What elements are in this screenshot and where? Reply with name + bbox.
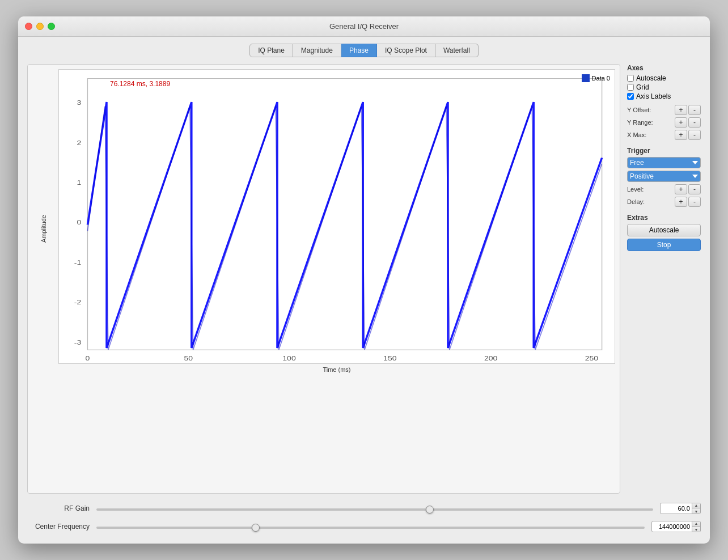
- titlebar: General I/Q Receiver: [18, 16, 710, 37]
- autoscale-label: Autoscale: [636, 74, 666, 82]
- rf-gain-value-field: ▲ ▼: [660, 503, 701, 514]
- x-axis-label: Time (ms): [58, 366, 615, 373]
- grid-row: Grid: [627, 83, 701, 91]
- svg-text:0: 0: [77, 219, 81, 226]
- svg-text:100: 100: [282, 355, 296, 362]
- y-range-minus[interactable]: -: [688, 117, 701, 128]
- level-row: Level: + -: [627, 184, 701, 194]
- rf-gain-row: RF Gain ▲ ▼: [27, 503, 701, 514]
- y-range-row: Y Range: + -: [627, 117, 701, 128]
- plot-svg: 3 2 1 0 -1 -2 -3 0 50 100 150: [59, 70, 615, 363]
- tab-iq-plane[interactable]: IQ Plane: [249, 44, 293, 57]
- autoscale-row: Autoscale: [627, 74, 701, 82]
- autoscale-checkbox[interactable]: [627, 75, 634, 82]
- cursor-label: 76.1284 ms, 3.1889: [110, 80, 170, 88]
- window-title: General I/Q Receiver: [329, 22, 399, 31]
- x-max-plus[interactable]: +: [675, 130, 687, 140]
- svg-text:-2: -2: [74, 299, 82, 306]
- y-offset-plus[interactable]: +: [675, 105, 687, 115]
- legend-color-box: [582, 74, 590, 82]
- axis-labels-label: Axis Labels: [636, 92, 671, 100]
- svg-text:0: 0: [86, 355, 90, 362]
- rf-gain-input[interactable]: [661, 505, 692, 512]
- center-freq-slider-wrapper: [96, 523, 645, 531]
- sidebar: Axes Autoscale Grid Axis Labels: [627, 64, 701, 494]
- trigger-mode-select[interactable]: Free: [627, 157, 701, 168]
- trigger-slope-select[interactable]: Positive: [627, 171, 701, 182]
- legend: Data 0: [582, 74, 610, 82]
- center-freq-row: Center Frequency ▲ ▼: [27, 521, 701, 532]
- legend-label: Data 0: [592, 75, 610, 82]
- extras-title: Extras: [627, 214, 701, 222]
- rf-gain-step-down[interactable]: ▼: [692, 508, 700, 514]
- extras-section: Extras Autoscale Stop: [627, 214, 701, 251]
- svg-text:2: 2: [77, 139, 81, 146]
- trigger-title: Trigger: [627, 147, 701, 155]
- delay-minus[interactable]: -: [688, 197, 701, 207]
- x-max-minus[interactable]: -: [688, 130, 701, 140]
- rf-gain-slider[interactable]: [96, 508, 653, 511]
- delay-plus[interactable]: +: [675, 197, 687, 207]
- x-max-label: X Max:: [627, 131, 658, 138]
- rf-gain-label: RF Gain: [27, 504, 90, 512]
- level-minus[interactable]: -: [688, 184, 701, 194]
- x-max-row: X Max: + -: [627, 130, 701, 140]
- trigger-section: Trigger Free Positive Level: + -: [627, 147, 701, 209]
- tab-iq-scope-plot[interactable]: IQ Scope Plot: [377, 44, 435, 57]
- y-range-plus[interactable]: +: [675, 117, 687, 128]
- close-button[interactable]: [25, 23, 32, 30]
- traffic-lights: [25, 23, 55, 30]
- svg-text:1: 1: [77, 180, 81, 186]
- svg-rect-13: [87, 79, 602, 350]
- tab-phase[interactable]: Phase: [341, 44, 377, 57]
- stop-button[interactable]: Stop: [627, 239, 701, 251]
- svg-text:150: 150: [383, 355, 397, 362]
- plot-area[interactable]: Data 0 76.1284 ms, 3.1889 3 2 1: [58, 69, 615, 364]
- center-freq-step-down[interactable]: ▼: [692, 527, 700, 532]
- level-plus[interactable]: +: [675, 184, 687, 194]
- grid-label: Grid: [636, 83, 649, 91]
- rf-gain-steppers: ▲ ▼: [692, 503, 700, 514]
- minimize-button[interactable]: [36, 23, 44, 30]
- axis-labels-row: Axis Labels: [627, 92, 701, 100]
- center-freq-step-up[interactable]: ▲: [692, 521, 700, 527]
- svg-text:250: 250: [585, 355, 599, 362]
- axis-labels-checkbox[interactable]: [627, 93, 634, 100]
- x-max-buttons: + -: [675, 130, 701, 140]
- svg-text:-3: -3: [74, 340, 82, 346]
- main-content: IQ Plane Magnitude Phase IQ Scope Plot W…: [18, 37, 710, 544]
- rf-gain-step-up[interactable]: ▲: [692, 503, 700, 508]
- svg-text:200: 200: [484, 355, 498, 362]
- main-area: Amplitude Data 0 76.1284 ms, 3.1889: [27, 64, 701, 494]
- svg-text:50: 50: [184, 355, 193, 362]
- y-offset-label: Y Offset:: [627, 107, 658, 113]
- center-freq-steppers: ▲ ▼: [692, 521, 700, 532]
- axes-section: Axes Autoscale Grid Axis Labels: [627, 64, 701, 142]
- y-range-buttons: + -: [675, 117, 701, 128]
- grid-checkbox[interactable]: [627, 84, 634, 91]
- rf-gain-slider-wrapper: [96, 504, 653, 512]
- axes-title: Axes: [627, 64, 701, 72]
- center-freq-input[interactable]: [652, 523, 692, 530]
- level-buttons: + -: [675, 184, 701, 194]
- delay-row: Delay: + -: [627, 197, 701, 207]
- maximize-button[interactable]: [48, 23, 55, 30]
- center-freq-slider[interactable]: [96, 527, 645, 529]
- delay-buttons: + -: [675, 197, 701, 207]
- tab-magnitude[interactable]: Magnitude: [293, 44, 341, 57]
- y-offset-minus[interactable]: -: [688, 105, 701, 115]
- delay-label: Delay:: [627, 198, 658, 205]
- tab-waterfall[interactable]: Waterfall: [435, 44, 479, 57]
- y-range-label: Y Range:: [627, 119, 658, 126]
- svg-text:-1: -1: [74, 260, 82, 266]
- y-offset-row: Y Offset: + -: [627, 105, 701, 115]
- main-window: General I/Q Receiver IQ Plane Magnitude …: [18, 16, 710, 544]
- autoscale-button[interactable]: Autoscale: [627, 224, 701, 236]
- plot-container: Amplitude Data 0 76.1284 ms, 3.1889: [27, 64, 620, 494]
- center-freq-value-field: ▲ ▼: [651, 521, 701, 532]
- svg-text:3: 3: [77, 100, 81, 107]
- y-axis-label: Amplitude: [40, 220, 47, 243]
- tab-bar: IQ Plane Magnitude Phase IQ Scope Plot W…: [27, 44, 701, 57]
- bottom-controls: RF Gain ▲ ▼ Center Frequency: [27, 498, 701, 537]
- center-freq-label: Center Frequency: [27, 523, 90, 531]
